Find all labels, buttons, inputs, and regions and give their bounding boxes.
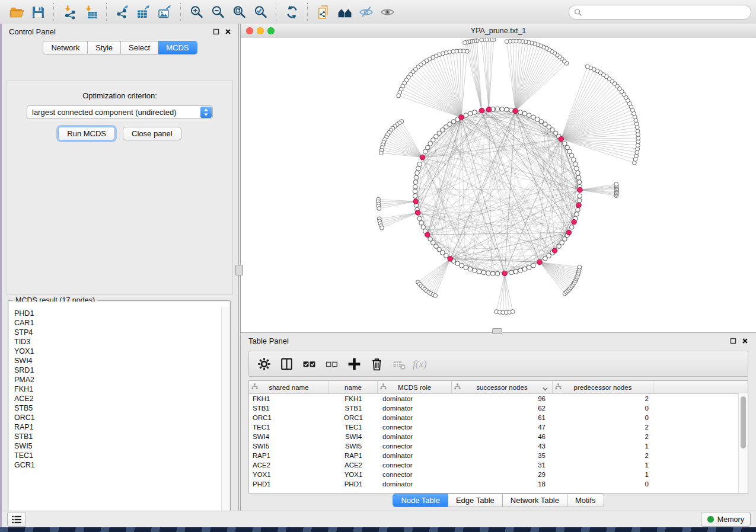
network-node[interactable]	[417, 216, 422, 221]
network-leaf-node[interactable]	[511, 310, 515, 314]
float-table-panel-icon[interactable]	[730, 338, 736, 344]
network-node[interactable]	[464, 113, 468, 118]
network-node[interactable]	[522, 111, 527, 116]
network-node[interactable]	[419, 220, 424, 225]
network-node[interactable]	[577, 198, 582, 203]
network-node[interactable]	[569, 153, 574, 158]
column-header-MCDS-role[interactable]: MCDS role	[378, 381, 452, 393]
mcds-hub-node[interactable]	[486, 107, 492, 112]
network-leaf-node[interactable]	[578, 265, 582, 269]
mcds-result-item[interactable]: STB1	[9, 432, 229, 441]
network-node[interactable]	[473, 268, 477, 273]
network-node[interactable]	[572, 158, 576, 162]
network-leaf-node[interactable]	[585, 65, 589, 69]
table-row[interactable]: PHD1PHD1dominator180	[249, 479, 748, 489]
mcds-result-item[interactable]: ORC1	[9, 413, 229, 422]
search-box[interactable]	[569, 5, 751, 20]
network-node[interactable]	[578, 194, 582, 198]
network-node[interactable]	[575, 212, 579, 217]
minimize-window-button[interactable]	[257, 27, 264, 34]
hide-selected-button[interactable]	[355, 3, 377, 21]
tab-motifs[interactable]: Motifs	[567, 493, 604, 507]
network-node[interactable]	[490, 271, 495, 276]
mcds-result-item[interactable]: TEC1	[9, 451, 229, 460]
network-node[interactable]	[539, 120, 544, 124]
close-table-panel-icon[interactable]	[742, 338, 748, 344]
table-scrollbar-thumb[interactable]	[741, 396, 746, 448]
mcds-hub-node[interactable]	[425, 232, 430, 238]
tab-network-table[interactable]: Network Table	[503, 493, 567, 507]
import-table-button[interactable]	[80, 3, 101, 21]
network-leaf-node[interactable]	[380, 226, 384, 230]
export-table-button[interactable]	[133, 3, 154, 21]
network-node[interactable]	[527, 113, 531, 118]
network-node[interactable]	[413, 194, 417, 198]
network-leaf-node[interactable]	[397, 94, 401, 98]
mcds-hub-node[interactable]	[420, 155, 425, 160]
network-node[interactable]	[426, 145, 430, 150]
optimization-criterion-select[interactable]: largest connected component (undirected)	[27, 105, 213, 119]
column-header-predecessor-nodes[interactable]: predecessor nodes	[553, 381, 653, 393]
network-node[interactable]	[415, 171, 420, 175]
network-node[interactable]	[535, 117, 540, 122]
network-leaf-node[interactable]	[480, 38, 484, 42]
mcds-result-item[interactable]: SWI4	[9, 356, 229, 366]
table-row[interactable]: SWI4SWI4dominator462	[249, 432, 748, 441]
mcds-result-item[interactable]: SRD1	[9, 366, 229, 375]
mcds-result-item[interactable]: FKH1	[9, 384, 229, 394]
apply-layout-button[interactable]	[281, 3, 302, 21]
tab-mcds[interactable]: MCDS	[158, 41, 197, 55]
network-leaf-node[interactable]	[463, 41, 467, 45]
deselect-all-button[interactable]	[323, 354, 340, 373]
zoom-in-button[interactable]	[186, 3, 207, 21]
zoom-out-button[interactable]	[207, 3, 228, 21]
network-node[interactable]	[413, 184, 417, 189]
network-node[interactable]	[577, 180, 582, 185]
table-row[interactable]: YOX1YOX1connector291	[249, 470, 748, 479]
zoom-selected-button[interactable]	[250, 3, 271, 21]
mcds-result-item[interactable]: PHD1	[9, 309, 229, 318]
zoom-window-button[interactable]	[267, 27, 275, 34]
mcds-hub-node[interactable]	[415, 210, 420, 216]
network-node[interactable]	[563, 142, 567, 146]
network-leaf-node[interactable]	[379, 151, 383, 155]
network-node[interactable]	[464, 265, 468, 270]
network-node[interactable]	[413, 180, 418, 185]
export-network-button[interactable]	[111, 3, 133, 21]
delete-column-button[interactable]	[368, 354, 385, 373]
mcds-hub-node[interactable]	[578, 187, 583, 193]
tab-select[interactable]: Select	[121, 41, 158, 55]
mcds-result-item[interactable]: ACE2	[9, 394, 229, 403]
table-row[interactable]: STB1STB1dominator620	[249, 403, 748, 413]
memory-button[interactable]: Memory	[701, 512, 751, 527]
network-node[interactable]	[413, 189, 417, 194]
mcds-hub-node[interactable]	[537, 259, 543, 265]
close-panel-button[interactable]: Close panel	[123, 127, 181, 140]
mcds-list-scrollbar[interactable]	[221, 307, 229, 520]
mcds-result-item[interactable]: STB5	[9, 403, 229, 413]
mcds-hub-node[interactable]	[576, 203, 582, 208]
mcds-result-item[interactable]: RAP1	[9, 422, 229, 432]
select-all-button[interactable]	[300, 354, 318, 373]
network-leaf-node[interactable]	[377, 207, 381, 211]
network-node[interactable]	[414, 175, 419, 180]
network-node[interactable]	[522, 267, 527, 271]
mcds-result-item[interactable]: CAR1	[9, 318, 229, 328]
network-node[interactable]	[576, 171, 580, 175]
network-node[interactable]	[518, 110, 523, 115]
mcds-hub-node[interactable]	[559, 136, 564, 142]
mcds-hub-node[interactable]	[566, 230, 572, 235]
network-leaf-node[interactable]	[614, 182, 618, 186]
table-row[interactable]: FKH1FKH1dominator962	[249, 394, 748, 403]
mcds-result-item[interactable]: GCR1	[9, 460, 229, 470]
horizontal-splitter-handle[interactable]	[492, 328, 502, 334]
mcds-hub-node[interactable]	[502, 271, 508, 276]
open-file-button[interactable]	[6, 3, 27, 21]
float-panel-icon[interactable]	[213, 28, 219, 35]
network-node[interactable]	[505, 107, 509, 112]
column-header-successor-nodes[interactable]: successor nodes	[452, 381, 553, 393]
network-node[interactable]	[455, 261, 460, 266]
network-node[interactable]	[531, 263, 536, 268]
add-column-button[interactable]	[345, 354, 363, 373]
network-leaf-node[interactable]	[505, 40, 509, 44]
